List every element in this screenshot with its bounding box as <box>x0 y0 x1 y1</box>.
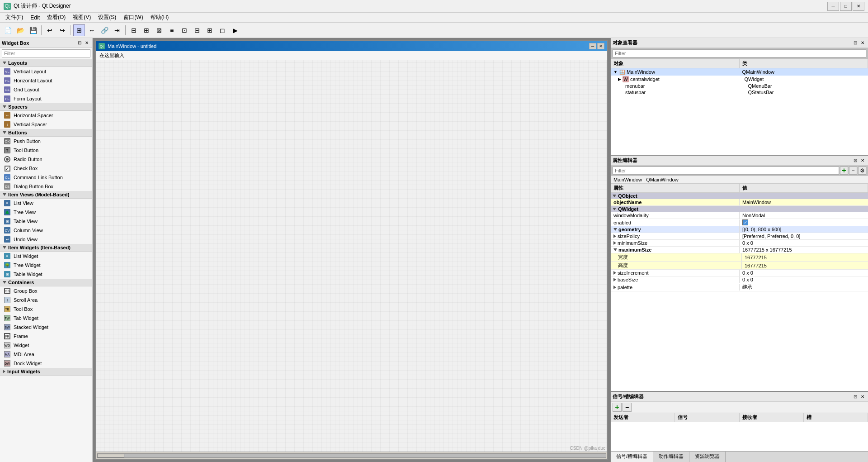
h-scrollbar-track[interactable] <box>97 453 606 458</box>
obj-inspector-filter-input[interactable] <box>613 49 866 57</box>
widget-editor-btn[interactable]: ⊞ <box>73 24 85 36</box>
design-canvas[interactable]: CSDN @pika duc <box>96 60 607 452</box>
preview-btn[interactable]: ▶ <box>229 24 241 36</box>
layout-grid-btn[interactable]: ⊠ <box>153 24 165 36</box>
horizontal-scrollbar[interactable] <box>96 452 607 459</box>
menu-settings[interactable]: 设置(S) <box>94 13 120 22</box>
category-item-views[interactable]: Item Views (Model-Based) <box>0 191 92 199</box>
prop-row-width[interactable]: 宽度 16777215 <box>611 253 868 262</box>
widget-vertical-layout[interactable]: VL Vertical Layout <box>0 67 92 76</box>
widget-list-widget[interactable]: ≡ List Widget <box>0 252 92 261</box>
prop-row-enabled[interactable]: enabled ✓ <box>611 219 868 226</box>
widget-widget[interactable]: WG Widget <box>0 341 92 350</box>
layout-splitter-v-btn[interactable]: ⊟ <box>191 24 203 36</box>
widget-list-view[interactable]: ≡ List View <box>0 199 92 208</box>
prop-row-windowmodality[interactable]: windowModality NonModal <box>611 212 868 219</box>
category-input-widgets[interactable]: Input Widgets <box>0 368 92 376</box>
widget-h-spacer[interactable]: ↔ Horizontal Spacer <box>0 111 92 120</box>
prop-editor-float-btn[interactable]: ⊡ <box>852 157 859 164</box>
tab-resource-browser[interactable]: 资源浏览器 <box>689 452 726 462</box>
break-layout-btn[interactable]: ⊞ <box>204 24 216 36</box>
undo-button[interactable]: ↩ <box>44 24 56 36</box>
menu-edit[interactable]: Edit <box>27 14 43 22</box>
menu-file[interactable]: 文件(F) <box>2 13 27 22</box>
category-containers[interactable]: Containers <box>0 279 92 286</box>
widget-box-close-btn[interactable]: ✕ <box>83 39 90 47</box>
prop-configure-btn[interactable]: ⚙ <box>858 167 866 175</box>
layout-h-btn[interactable]: ⊟ <box>128 24 140 36</box>
prop-row-sizeincrement[interactable]: sizeIncrement 0 x 0 <box>611 270 868 276</box>
prop-editor-close-btn[interactable]: ✕ <box>859 157 866 164</box>
prop-remove-btn[interactable]: − <box>849 167 857 175</box>
designer-minimize-btn[interactable]: ─ <box>589 43 596 49</box>
maximize-button[interactable]: □ <box>840 2 852 11</box>
widget-group-box[interactable]: GB Group Box <box>0 286 92 295</box>
category-layouts[interactable]: Layouts <box>0 59 92 67</box>
widget-form-layout[interactable]: FL Form Layout <box>0 94 92 103</box>
widget-dialog-button-box[interactable]: DB Dialog Button Box <box>0 182 92 191</box>
signal-add-btn[interactable]: + <box>613 403 622 412</box>
widget-tab-widget[interactable]: TW Tab Widget <box>0 314 92 323</box>
obj-inspector-float-btn[interactable]: ⊡ <box>852 39 859 47</box>
obj-row-mainwindow[interactable]: ▼ 🪟 MainWindow QMainWindow <box>611 68 868 76</box>
widget-box-filter-input[interactable] <box>2 49 90 57</box>
widget-table-widget[interactable]: ⊞ Table Widget <box>0 270 92 279</box>
tab-order-btn[interactable]: ⇥ <box>111 24 123 36</box>
category-buttons[interactable]: Buttons <box>0 129 92 137</box>
widget-scroll-area[interactable]: ↕ Scroll Area <box>0 295 92 305</box>
prop-filter-input[interactable] <box>613 167 839 175</box>
widget-tool-box[interactable]: TB Tool Box <box>0 305 92 314</box>
save-button[interactable]: 💾 <box>27 24 39 36</box>
widget-v-spacer[interactable]: ↕ Vertical Spacer <box>0 120 92 129</box>
open-button[interactable]: 📂 <box>14 24 26 36</box>
minimize-button[interactable]: ─ <box>827 2 839 11</box>
designer-close-btn[interactable]: ✕ <box>597 43 604 49</box>
prop-group-qobject[interactable]: QObject <box>611 193 868 199</box>
signal-remove-btn[interactable]: − <box>623 403 632 412</box>
layout-v-btn[interactable]: ⊞ <box>141 24 152 36</box>
widget-check-box[interactable]: ✓ Check Box <box>0 164 92 173</box>
widget-tree-view[interactable]: 🌲 Tree View <box>0 208 92 217</box>
enabled-checkbox[interactable]: ✓ <box>742 219 748 225</box>
widget-undo-view[interactable]: ↩ Undo View <box>0 235 92 244</box>
obj-row-centralwidget[interactable]: ▶ W centralwidget QWidget <box>611 76 868 83</box>
prop-row-sizepolicy[interactable]: sizePolicy [Preferred, Preferred, 0, 0] <box>611 233 868 240</box>
new-button[interactable]: 📄 <box>2 24 14 36</box>
menu-view1[interactable]: 查看(O) <box>43 13 69 22</box>
menu-window[interactable]: 窗口(W) <box>120 13 146 22</box>
widget-tree-widget[interactable]: 🌳 Tree Widget <box>0 261 92 270</box>
menu-help[interactable]: 帮助(H) <box>147 13 173 22</box>
category-item-widgets[interactable]: Item Widgets (Item-Based) <box>0 244 92 252</box>
layout-splitter-h-btn[interactable]: ⊡ <box>179 24 190 36</box>
adjust-size-btn[interactable]: ◻ <box>217 24 228 36</box>
prop-group-qwidget[interactable]: QWidget <box>611 206 868 212</box>
h-scrollbar-thumb[interactable] <box>97 454 124 457</box>
obj-row-menubar[interactable]: menubar QMenuBar <box>611 83 868 89</box>
widget-grid-layout[interactable]: GL Grid Layout <box>0 85 92 94</box>
prop-add-btn[interactable]: + <box>840 167 848 175</box>
tab-signal-slot-editor[interactable]: 信号/槽编辑器 <box>611 452 653 462</box>
signal-slot-btn[interactable]: ↔ <box>86 24 98 36</box>
menu-view2[interactable]: 视图(V) <box>69 13 94 22</box>
redo-button[interactable]: ↪ <box>57 24 68 36</box>
obj-inspector-close-btn[interactable]: ✕ <box>859 39 866 47</box>
obj-row-statusbar[interactable]: statusbar QStatusBar <box>611 89 868 95</box>
widget-horizontal-layout[interactable]: HL Horizontal Layout <box>0 76 92 85</box>
prop-row-height[interactable]: 高度 16777215 <box>611 262 868 270</box>
close-button[interactable]: ✕ <box>853 2 864 11</box>
tab-action-editor[interactable]: 动作编辑器 <box>653 452 689 462</box>
widget-radio-button[interactable]: Radio Button <box>0 155 92 164</box>
widget-box-float-btn[interactable]: ⊡ <box>76 39 83 47</box>
widget-tool-button[interactable]: T Tool Button <box>0 146 92 155</box>
prop-row-geometry[interactable]: geometry [(0, 0), 800 x 600] <box>611 226 868 233</box>
widget-mdi-area[interactable]: MA MDI Area <box>0 350 92 359</box>
layout-form-btn[interactable]: ≡ <box>166 24 178 36</box>
category-spacers[interactable]: Spacers <box>0 103 92 111</box>
buddy-btn[interactable]: 🔗 <box>99 24 110 36</box>
widget-frame[interactable]: FR Frame <box>0 332 92 341</box>
widget-dock-widget[interactable]: DW Dock Widget <box>0 359 92 368</box>
widget-stacked-widget[interactable]: SW Stacked Widget <box>0 323 92 332</box>
widget-command-link[interactable]: CL Command Link Button <box>0 173 92 182</box>
signal-editor-close-btn[interactable]: ✕ <box>859 393 866 400</box>
widget-push-button[interactable]: OK Push Button <box>0 137 92 146</box>
